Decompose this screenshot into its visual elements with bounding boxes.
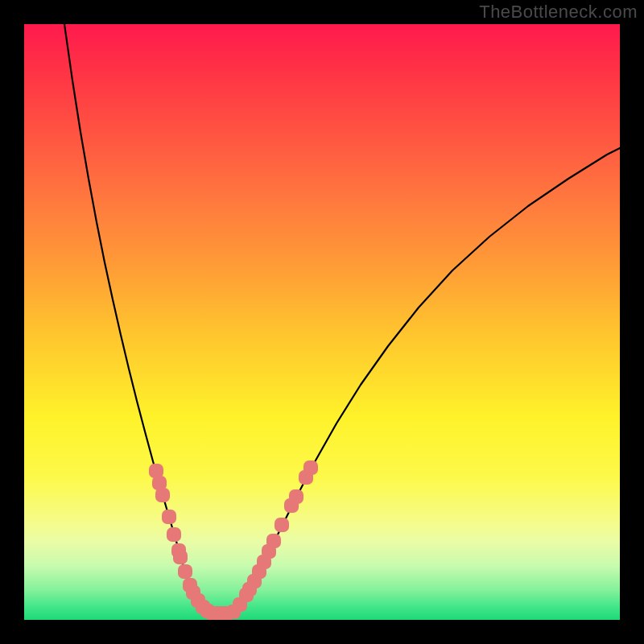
marker-dot [162, 510, 176, 524]
marker-dot [275, 518, 289, 532]
chart-svg [24, 24, 620, 620]
bottleneck-curve [64, 24, 620, 613]
curve-path [64, 24, 620, 613]
marker-dot [155, 488, 170, 502]
marker-dot [178, 564, 192, 579]
marker-dot [303, 460, 318, 475]
marker-dot [266, 534, 281, 548]
watermark-label: TheBottleneck.com [479, 2, 638, 23]
chart-frame: TheBottleneck.com [0, 0, 644, 644]
chart-plot-area [24, 24, 620, 620]
marker-dot [173, 550, 188, 564]
marker-dot [289, 489, 303, 504]
marker-dot [167, 527, 181, 542]
highlight-markers [149, 460, 318, 620]
